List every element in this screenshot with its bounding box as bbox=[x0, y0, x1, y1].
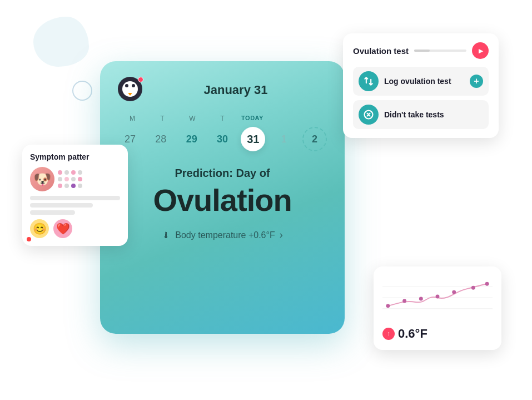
progress-fill bbox=[414, 50, 430, 52]
temp-chart-card: ↑ 0.6°F bbox=[374, 266, 501, 350]
cal-date-28[interactable]: 28 bbox=[148, 127, 173, 151]
decorative-circle: ✦ bbox=[72, 81, 92, 101]
cal-date-30[interactable]: 30 bbox=[210, 127, 235, 151]
dot bbox=[64, 170, 69, 175]
chevron-right-icon: › bbox=[280, 229, 283, 241]
symptom-line bbox=[30, 203, 93, 208]
body-temp-label: Body temperature +0.6°F bbox=[175, 230, 275, 240]
day-label-t1: T bbox=[148, 115, 177, 122]
dot bbox=[64, 177, 69, 181]
calendar-dates-row: 27 28 29 30 31 1 2 bbox=[118, 127, 327, 151]
ovulation-card-header: Ovulation test bbox=[353, 42, 489, 59]
symptom-dots bbox=[58, 170, 82, 188]
thermometer-icon: 🌡 bbox=[162, 230, 171, 240]
arrow-up-icon: ↑ bbox=[382, 328, 395, 340]
day-label-empty bbox=[268, 115, 297, 122]
temp-number: 0.6°F bbox=[398, 327, 427, 341]
avatar-emoji: 🐶 bbox=[33, 171, 51, 188]
swap-icon bbox=[363, 76, 374, 87]
body-temp-row[interactable]: 🌡 Body temperature +0.6°F › bbox=[118, 229, 327, 241]
calendar-month: January 31 bbox=[145, 83, 327, 97]
dot bbox=[58, 170, 62, 175]
progress-bar bbox=[414, 50, 466, 52]
day-label-today: TODAY bbox=[238, 115, 267, 122]
cal-date-29[interactable]: 29 bbox=[180, 127, 204, 151]
day-label-w: W bbox=[178, 115, 207, 122]
chart-dot bbox=[471, 286, 475, 290]
add-log-button[interactable]: + bbox=[470, 75, 483, 88]
main-card: January 31 M T W T TODAY 27 28 29 30 31 … bbox=[100, 61, 345, 334]
chart-dot bbox=[485, 282, 489, 286]
log-icon bbox=[359, 71, 379, 91]
no-test-label: Didn't take tests bbox=[384, 110, 483, 119]
ovulation-card-title: Ovulation test bbox=[353, 46, 409, 56]
play-button[interactable] bbox=[472, 42, 489, 59]
dot bbox=[64, 184, 69, 188]
dot bbox=[58, 184, 62, 188]
symptom-emoji-row: 😊 ❤️ bbox=[30, 219, 120, 238]
emoji-heart: ❤️ bbox=[53, 219, 72, 238]
calendar-days-row: M T W T TODAY bbox=[118, 115, 327, 122]
cal-date-2[interactable]: 2 bbox=[302, 127, 327, 151]
decorative-blob bbox=[33, 17, 89, 67]
symptom-pattern-card: Symptom patter 🐶 bbox=[22, 145, 128, 246]
chart-dot bbox=[436, 295, 440, 299]
symptom-avatar-row: 🐶 bbox=[30, 167, 120, 191]
day-label-empty2 bbox=[298, 115, 327, 122]
dot bbox=[71, 184, 76, 188]
temp-value-row: ↑ 0.6°F bbox=[382, 327, 493, 341]
chart-dot bbox=[419, 297, 423, 301]
dot bbox=[78, 177, 82, 181]
day-label-m: M bbox=[118, 115, 147, 122]
dot bbox=[78, 184, 82, 188]
log-ovulation-row[interactable]: Log ovulation test + bbox=[353, 67, 489, 96]
card-top-row: January 31 bbox=[118, 77, 327, 103]
penguin-avatar bbox=[118, 77, 145, 103]
dot bbox=[78, 170, 82, 175]
chart-dot bbox=[402, 299, 406, 303]
symptom-line bbox=[30, 210, 75, 215]
symptom-avatar: 🐶 bbox=[30, 167, 54, 191]
dot bbox=[58, 177, 62, 181]
symptom-card-title: Symptom patter bbox=[30, 152, 120, 161]
no-test-icon bbox=[359, 105, 379, 125]
cal-date-1[interactable]: 1 bbox=[272, 127, 296, 151]
cross-icon bbox=[363, 109, 374, 120]
penguin-eye-left bbox=[125, 84, 128, 87]
penguin-eye-right bbox=[132, 84, 135, 87]
prediction-section: Prediction: Day of Ovulation 🌡 Body temp… bbox=[118, 167, 327, 241]
prediction-title: Ovulation bbox=[118, 182, 327, 218]
ovulation-test-card: Ovulation test Log ovulation test + Didn… bbox=[343, 33, 499, 138]
log-ovulation-label: Log ovulation test bbox=[384, 77, 464, 86]
symptom-lines bbox=[30, 196, 120, 215]
no-test-row[interactable]: Didn't take tests bbox=[353, 100, 489, 129]
penguin-notification bbox=[138, 77, 143, 82]
cal-date-31-today[interactable]: 31 bbox=[241, 127, 265, 151]
chart-dot bbox=[386, 304, 390, 308]
dot bbox=[71, 177, 76, 181]
day-label-t2: T bbox=[208, 115, 237, 122]
prediction-label: Prediction: Day of bbox=[118, 167, 327, 180]
dot bbox=[71, 170, 76, 175]
symptom-line bbox=[30, 196, 120, 200]
emoji-happy: 😊 bbox=[30, 219, 49, 238]
temperature-chart bbox=[382, 275, 493, 320]
chart-dot bbox=[452, 290, 456, 294]
